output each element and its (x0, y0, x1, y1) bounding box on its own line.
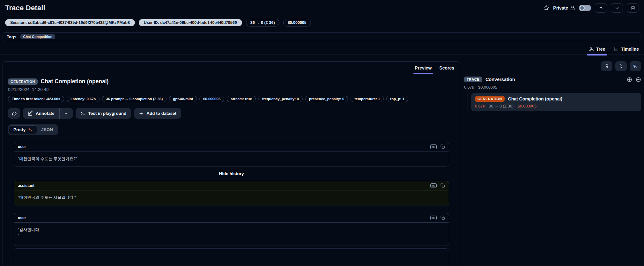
message-tools: M↓ (430, 216, 445, 220)
copy-icon[interactable] (440, 183, 445, 188)
test-in-playground-button[interactable]: Test in playground (76, 108, 131, 119)
generation-metrics: 0.67s 36 → 0 (Σ 36) $0.000005 (475, 104, 637, 108)
user-id-badge[interactable]: User ID: dc47a41e-06bc-400d-bde1-f0e440d… (139, 19, 242, 26)
next-trace-button[interactable] (611, 3, 623, 13)
cost-badge: $0.000005 (283, 19, 311, 26)
trace-cost: $0.000005 (478, 85, 497, 90)
copy-icon[interactable] (440, 216, 445, 220)
generation-title: Chat Completion (openai) (508, 96, 562, 101)
annotate-split-button: Annotate (23, 108, 73, 119)
trace-root-node[interactable]: TRACE Conversation (464, 77, 641, 82)
markdown-toggle-icon[interactable]: M↓ (430, 144, 437, 149)
hide-history-link[interactable]: Hide history (14, 171, 449, 176)
annotate-dropdown-button[interactable] (60, 108, 73, 119)
timeline-icon (613, 47, 618, 52)
messages-list: user M↓ "대한민국의 수도는 무엇인가요?" Hide history … (8, 142, 454, 264)
star-icon[interactable] (543, 5, 549, 11)
trace-title: Conversation (485, 77, 515, 82)
observation-panel: Preview Scores GENERATION Chat Completio… (3, 61, 460, 266)
plus-icon (139, 111, 144, 116)
tree-branch: GENERATION Chat Completion (openai) 0.67… (468, 93, 641, 111)
observation-actions: Annotate Test in playground Add to data (8, 108, 454, 119)
comment-icon (11, 111, 17, 116)
session-badge[interactable]: Session: cd3abcd6-c81c-4037-935d-19d9f27… (5, 19, 135, 26)
tab-scores[interactable]: Scores (439, 65, 454, 70)
badge-top-p: top_p: 1 (386, 96, 408, 102)
annotate-button[interactable]: Annotate (23, 108, 59, 119)
tab-json[interactable]: JSON (37, 126, 57, 134)
message-header: user M↓ (14, 213, 449, 223)
scores-toggle-button[interactable] (601, 61, 612, 71)
chevron-down-icon (64, 111, 68, 115)
badge-time-to-first-token: Time to first token: -423.00s (8, 96, 64, 102)
message-role: user (18, 144, 26, 149)
panel-tabs: Preview Scores (3, 62, 460, 73)
message-header: assistant M↓ (14, 181, 449, 191)
trash-icon (631, 5, 635, 11)
badge-latency: Latency: 0.67s (67, 96, 100, 102)
award-icon (604, 64, 609, 69)
message-header: user M↓ (14, 142, 449, 152)
delete-trace-button[interactable] (627, 3, 639, 13)
generation-type-badge: GENERATION (475, 96, 505, 102)
message-user-2: user M↓ "감사합니다 " (14, 213, 449, 246)
tab-pretty[interactable]: Pretty (9, 125, 37, 134)
privacy-toggle[interactable] (579, 5, 591, 11)
message-content: "대한민국의 수도는 서울입니다." (14, 190, 449, 205)
markdown-toggle-icon[interactable]: M↓ (430, 216, 437, 220)
chevron-up-icon (599, 5, 603, 10)
percent-icon: % (633, 64, 637, 69)
trace-type-badge: TRACE (464, 77, 482, 82)
copy-icon[interactable] (440, 144, 445, 149)
badge-cost: $0.000005 (199, 96, 224, 102)
add-to-dataset-button[interactable]: Add to dataset (134, 108, 181, 119)
terminal-icon (80, 111, 85, 116)
sparkles-icon (28, 127, 33, 132)
trace-tree-sidebar: % TRACE Conversation 0.67s $0.000005 (464, 61, 641, 111)
badge-model: gpt-4o-mini (169, 96, 197, 102)
tags-label: Tags (7, 34, 17, 39)
message-user-1: user M↓ "대한민국의 수도는 무엇인가요?" (14, 142, 449, 166)
observation-body: GENERATION Chat Completion (openai) 02/1… (3, 73, 460, 264)
generation-tokens: 36 → 0 (Σ 36) (489, 104, 514, 108)
generation-cost: $0.000005 (518, 104, 537, 108)
main-content: Preview Scores GENERATION Chat Completio… (0, 61, 644, 266)
trace-detail-page: Trace Detail Private Sessi (0, 0, 644, 266)
trace-meta-row: Session: cd3abcd6-c81c-4037-935d-19d9f27… (3, 16, 644, 29)
tab-preview[interactable]: Preview (415, 65, 432, 70)
view-tabs: Tree Timeline (0, 41, 644, 55)
badge-frequency-penalty: frequency_penalty: 0 (258, 96, 303, 102)
chevron-down-icon (615, 5, 619, 10)
observation-title: Chat Completion (openai) (41, 78, 109, 85)
trace-metrics: 0.67s $0.000005 (464, 85, 641, 90)
trace-latency: 0.67s (464, 85, 474, 90)
format-tabs: Pretty JSON (8, 124, 58, 135)
pen-square-icon (28, 111, 33, 116)
privacy-label: Private (553, 5, 575, 11)
collapse-all-button[interactable] (615, 61, 627, 71)
prev-trace-button[interactable] (595, 3, 607, 13)
observation-badges: Time to first token: -423.00s Latency: 0… (8, 96, 454, 102)
page-header: Trace Detail Private (0, 0, 644, 16)
message-content: "대한민국의 수도는 무엇인가요?" (14, 152, 449, 166)
generation-node[interactable]: GENERATION Chat Completion (openai) 0.67… (471, 93, 641, 111)
tab-tree[interactable]: Tree (589, 47, 605, 52)
markdown-toggle-icon[interactable]: M↓ (430, 183, 437, 188)
tags-editor[interactable]: Tags Chat Competition (3, 32, 641, 41)
tag-chip[interactable]: Chat Competition (20, 34, 56, 39)
message-assistant: assistant M↓ "대한민국의 수도는 서울입니다." (14, 181, 449, 205)
expand-all-icon[interactable] (627, 77, 632, 82)
observation-header: GENERATION Chat Completion (openai) (8, 78, 454, 85)
generation-latency: 0.67s (475, 104, 485, 108)
badge-token-breakdown: 36 prompt → 0 completion (Σ 36) (102, 96, 167, 102)
collapse-node-icon[interactable] (636, 77, 641, 82)
observation-timestamp: 02/12/2024, 14:20:49 (8, 87, 454, 92)
message-tools: M↓ (430, 144, 445, 149)
tree-toolbar: % (464, 61, 641, 71)
header-actions: Private (543, 3, 639, 13)
metrics-toggle-button[interactable]: % (630, 61, 641, 71)
message-tools: M↓ (430, 183, 445, 188)
comment-button[interactable] (8, 108, 20, 119)
tab-timeline[interactable]: Timeline (613, 47, 639, 52)
toggle-knob (580, 5, 585, 11)
